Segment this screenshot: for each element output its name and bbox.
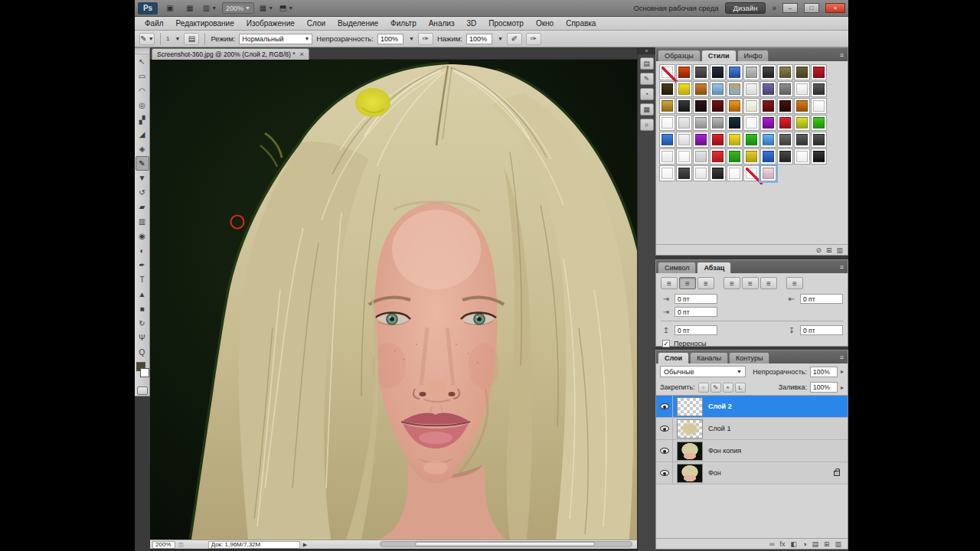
layer-row-4[interactable]: Фон — [656, 462, 848, 484]
style-swatch-35[interactable] — [727, 115, 743, 131]
style-swatch-22[interactable] — [676, 98, 692, 114]
lock-paint-button[interactable]: ✎ — [710, 383, 721, 393]
style-swatch-15[interactable] — [727, 81, 743, 97]
style-swatch-60[interactable] — [811, 148, 827, 165]
menu-item-5[interactable]: Выделение — [332, 18, 384, 28]
style-swatch-24[interactable] — [710, 98, 726, 114]
styles-tab-2[interactable]: Стили — [701, 50, 737, 61]
marquee-tool[interactable]: ▭ — [136, 69, 149, 83]
rotate-view-tool[interactable]: ↻ — [136, 316, 149, 331]
minimize-button[interactable]: – — [782, 3, 798, 13]
design-workspace-button[interactable]: Дизайн — [725, 2, 766, 14]
align-right-button[interactable]: ≡ — [697, 277, 714, 289]
style-swatch-38[interactable] — [777, 115, 793, 131]
style-swatch-64[interactable] — [710, 165, 726, 181]
style-swatch-31[interactable] — [659, 115, 675, 131]
style-swatch-21[interactable] — [659, 98, 675, 114]
status-zoom-field[interactable]: 200% — [152, 541, 175, 549]
menu-item-9[interactable]: Просмотр — [483, 18, 529, 28]
path-selection-tool[interactable]: ▲ — [136, 287, 149, 302]
link-layers-button[interactable]: ∞ — [769, 540, 774, 548]
menu-item-11[interactable]: Справка — [560, 18, 601, 28]
style-swatch-37[interactable] — [760, 115, 776, 131]
style-swatch-28[interactable] — [777, 98, 793, 114]
indent-left-field[interactable]: 0 пт — [675, 294, 717, 304]
new-style-button[interactable]: ⊞ — [826, 246, 832, 254]
fill-arrow[interactable]: ▸ — [841, 384, 844, 391]
style-swatch-26[interactable] — [743, 98, 760, 114]
menu-item-4[interactable]: Слои — [302, 18, 331, 28]
collapsed-panel-button-4[interactable]: ▦ — [640, 103, 654, 116]
canvas-artwork[interactable] — [150, 60, 637, 540]
indent-right-field[interactable]: 0 пт — [800, 294, 843, 304]
delete-style-button[interactable]: ▥ — [836, 246, 843, 254]
align-left-button[interactable]: ≡ — [661, 277, 678, 289]
quick-mask-button[interactable] — [137, 386, 148, 395]
style-swatch-3[interactable] — [693, 64, 709, 80]
layer-thumbnail[interactable] — [677, 397, 703, 416]
workspace-overflow-icon[interactable]: » — [772, 4, 776, 12]
airbrush-icon[interactable]: ✐ — [507, 33, 522, 45]
menu-item-6[interactable]: Фильтр — [385, 18, 422, 28]
style-swatch-33[interactable] — [693, 115, 709, 131]
style-swatch-6[interactable] — [743, 64, 760, 80]
history-brush-tool[interactable]: ↺ — [136, 185, 149, 200]
document-tab[interactable]: Screenshot-360.jpg @ 200% (Слой 2, RGB/8… — [152, 48, 309, 60]
indent-first-line-field[interactable]: 0 пт — [675, 307, 717, 317]
menu-item-8[interactable]: 3D — [461, 18, 482, 28]
style-swatch-11[interactable] — [659, 81, 675, 97]
style-swatch-2[interactable] — [676, 64, 692, 80]
style-swatch-63[interactable] — [693, 165, 709, 181]
status-arrow-icon[interactable]: ▶ — [303, 542, 307, 548]
collapse-dock-icon[interactable]: « — [638, 47, 655, 54]
adjustment-layer-button[interactable]: ◑ — [802, 540, 806, 548]
layer-opacity-arrow[interactable]: ▸ — [841, 368, 844, 375]
justify-last-left-button[interactable]: ≡ — [724, 277, 740, 289]
style-swatch-18[interactable] — [777, 81, 793, 97]
quick-selection-tool[interactable]: ◎ — [136, 98, 149, 112]
layer-style-button[interactable]: fx — [779, 540, 785, 548]
mode-select[interactable]: Нормальный▼ — [239, 34, 312, 44]
fill-field[interactable]: 100% — [810, 382, 838, 393]
collapsed-panel-button-2[interactable]: ✎ — [640, 73, 654, 85]
flow-arrow[interactable]: ▼ — [498, 36, 503, 41]
zoom-tool[interactable]: Q — [136, 345, 149, 360]
pressure-opacity-icon[interactable]: ✑ — [418, 33, 433, 45]
style-swatch-59[interactable] — [794, 148, 810, 165]
layer-row-2[interactable]: Слой 1 — [656, 418, 848, 440]
style-swatch-25[interactable] — [727, 98, 743, 114]
style-swatch-13[interactable] — [693, 81, 709, 97]
space-after-field[interactable]: 0 пт — [800, 325, 843, 335]
pen-tool[interactable]: ✒ — [136, 258, 149, 272]
style-swatch-27[interactable] — [760, 98, 776, 114]
view-extras-icon[interactable]: ▥▼ — [202, 2, 217, 15]
opacity-arrow[interactable]: ▼ — [409, 36, 414, 41]
style-swatch-50[interactable] — [811, 132, 827, 148]
layer-visibility-toggle[interactable] — [656, 418, 673, 440]
style-swatch-39[interactable] — [794, 115, 810, 131]
style-swatch-30[interactable] — [811, 98, 827, 114]
style-swatch-43[interactable] — [693, 132, 709, 148]
style-swatch-12[interactable] — [676, 81, 692, 97]
style-swatch-65[interactable] — [727, 165, 743, 181]
menu-item-10[interactable]: Окно — [531, 18, 559, 28]
style-swatch-55[interactable] — [727, 148, 743, 165]
style-swatch-19[interactable] — [794, 81, 810, 97]
menu-item-7[interactable]: Анализ — [423, 18, 460, 28]
menu-item-3[interactable]: Изображение — [241, 18, 300, 28]
style-swatch-36[interactable] — [743, 115, 760, 131]
style-swatch-56[interactable] — [743, 148, 760, 165]
style-swatch-29[interactable] — [794, 98, 810, 114]
gradient-tool[interactable]: ▥ — [136, 214, 149, 229]
style-swatch-7[interactable] — [760, 64, 776, 80]
toggle-brush-panel-icon[interactable]: ▤ — [184, 33, 199, 45]
layer-thumbnail[interactable] — [677, 464, 703, 483]
layer-visibility-toggle[interactable] — [656, 462, 673, 484]
style-swatch-1[interactable] — [659, 64, 675, 80]
layers-panel-menu-icon[interactable]: ≡ — [838, 354, 846, 361]
style-swatch-42[interactable] — [676, 132, 692, 148]
style-swatch-52[interactable] — [676, 148, 692, 165]
move-tool[interactable]: ↖ — [136, 54, 149, 69]
style-swatch-20[interactable] — [811, 81, 827, 97]
styles-panel-menu-icon[interactable]: ≡ — [838, 51, 846, 59]
